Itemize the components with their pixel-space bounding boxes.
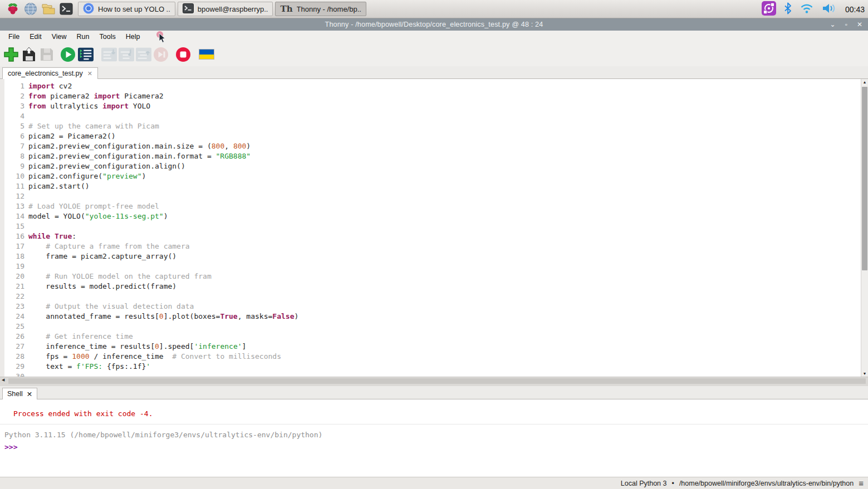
shell-panel[interactable]: Process ended with exit code -4. Python …	[0, 399, 868, 477]
system-tray: 00:43	[762, 0, 865, 18]
scrollbar-thumb[interactable]	[8, 378, 866, 384]
new-script-button[interactable]	[3, 47, 19, 62]
menu-view[interactable]: View	[47, 31, 72, 42]
menu-tools[interactable]: Tools	[95, 31, 121, 42]
code-line[interactable]	[28, 372, 860, 377]
shell-error-text: Process ended with exit code -4.	[13, 409, 153, 418]
stop-button[interactable]	[175, 47, 191, 62]
scrollbar-thumb[interactable]	[862, 87, 867, 270]
code-line[interactable]	[28, 192, 860, 202]
code-line[interactable]	[28, 322, 860, 332]
menu-file[interactable]: File	[3, 31, 24, 42]
shell-prompt[interactable]: >>>	[4, 443, 17, 451]
code-line[interactable]: results = model.predict(frame)	[28, 282, 860, 292]
code-line[interactable]: from picamera2 import Picamera2	[28, 92, 860, 102]
code-line[interactable]: picam2.preview_configuration.align()	[28, 162, 860, 172]
shell-python-banner: Python 3.11.15 (/home/bpowell/miniforge3…	[4, 431, 322, 439]
scroll-left-icon[interactable]: ◀	[2, 378, 4, 382]
code-line[interactable]: # Load YOLOE prompt-free model	[28, 202, 860, 212]
maximize-button[interactable]: ▫	[845, 18, 847, 31]
code-line[interactable]: # Get inference time	[28, 332, 860, 342]
editor-vertical-scrollbar[interactable]: ▲ ▼	[861, 79, 868, 377]
tab-close-icon[interactable]: ✕	[87, 70, 92, 77]
line-number: 4	[4, 112, 24, 122]
volume-icon[interactable]	[822, 3, 836, 16]
minimize-button[interactable]: ⌄	[830, 18, 836, 31]
titlebar: Thonny - /home/bpowell/Desktop/core_elec…	[0, 18, 868, 31]
statusbar-bullet: •	[671, 480, 674, 487]
code-line[interactable]: from ultralytics import YOLO	[28, 102, 860, 112]
desktop: How to set up YOLO .. bpowell@raspberryp…	[0, 0, 868, 489]
line-number: 16	[4, 232, 24, 242]
code-line[interactable]	[28, 112, 860, 122]
interpreter-menu-icon[interactable]: ≡	[859, 478, 864, 488]
code-editor[interactable]: 1234567891011121314151617181920212223242…	[0, 79, 868, 377]
code-line[interactable]: # Run YOLOE model on the captured fram	[28, 272, 860, 282]
taskbar-window-label: Thonny - /home/bp..	[297, 5, 361, 13]
editor-left-margin	[0, 79, 4, 377]
line-number: 24	[4, 312, 24, 322]
tab-shell[interactable]: Shell ✕	[2, 388, 37, 399]
menu-run[interactable]: Run	[72, 31, 95, 42]
close-button[interactable]: ✕	[857, 18, 862, 31]
code-line[interactable]	[28, 262, 860, 272]
code-line[interactable]: # Capture a frame from the camera	[28, 242, 860, 252]
resume-button	[153, 47, 169, 62]
tab-label: Shell	[7, 390, 23, 398]
code-line[interactable]: fps = 1000 / inference_time # Convert to…	[28, 352, 860, 362]
run-script-button[interactable]	[60, 47, 76, 62]
line-number: 30	[4, 372, 24, 377]
clock[interactable]: 00:43	[844, 5, 865, 14]
code-line[interactable]: model = YOLO("yoloe-11s-seg.pt")	[28, 212, 860, 222]
line-number: 18	[4, 252, 24, 262]
taskbar-window-thonny[interactable]: Th Thonny - /home/bp..	[275, 2, 366, 16]
line-number: 28	[4, 352, 24, 362]
code-line[interactable]: import cv2	[28, 82, 860, 92]
code-line[interactable]: picam2.preview_configuration.main.format…	[28, 152, 860, 162]
code-line[interactable]: picam2 = Picamera2()	[28, 132, 860, 142]
line-number: 12	[4, 192, 24, 202]
line-number: 15	[4, 222, 24, 232]
terminal-icon	[183, 3, 194, 15]
taskbar-window-browser[interactable]: How to set up YOLO ..	[78, 2, 175, 16]
tab-close-icon[interactable]: ✕	[27, 390, 32, 398]
code-line[interactable]: # Set up the camera with Picam	[28, 122, 860, 132]
code-line[interactable]: text = f'FPS: {fps:.1f}'	[28, 362, 860, 372]
tab-core-electronics-test[interactable]: core_electronics_test.py ✕	[2, 67, 98, 79]
line-number: 9	[4, 162, 24, 172]
editor-horizontal-scrollbar[interactable]: ◀	[0, 377, 868, 384]
code-line[interactable]: picam2.configure("preview")	[28, 172, 860, 182]
code-line[interactable]	[28, 292, 860, 302]
code-line[interactable]	[28, 222, 860, 232]
code-line[interactable]: frame = picam2.capture_array()	[28, 252, 860, 262]
interpreter-name[interactable]: Local Python 3	[621, 480, 667, 487]
line-number: 20	[4, 272, 24, 282]
code-lines[interactable]: import cv2from picamera2 import Picamera…	[28, 82, 860, 377]
code-line[interactable]: annotated_frame = results[0].plot(boxes=…	[28, 312, 860, 322]
vnc-server-icon[interactable]	[762, 1, 776, 18]
code-line[interactable]: while True:	[28, 232, 860, 242]
taskbar-window-label: bpowell@raspberryp..	[198, 5, 268, 13]
editor-tabbar: core_electronics_test.py ✕	[0, 66, 868, 79]
menu-edit[interactable]: Edit	[24, 31, 47, 42]
debug-script-button[interactable]	[78, 47, 94, 62]
line-number: 29	[4, 362, 24, 372]
bluetooth-icon[interactable]	[784, 2, 792, 17]
raspberry-menu-icon[interactable]	[4, 1, 21, 17]
scroll-down-icon[interactable]: ▼	[861, 372, 868, 376]
taskbar-window-terminal[interactable]: bpowell@raspberryp..	[178, 2, 273, 16]
ukraine-flag-icon[interactable]	[199, 49, 214, 60]
web-browser-icon[interactable]	[22, 1, 39, 17]
scroll-up-icon[interactable]: ▲	[861, 80, 868, 84]
gutter-numbers: 1234567891011121314151617181920212223242…	[4, 82, 24, 377]
load-script-button[interactable]	[21, 47, 37, 62]
terminal-launcher-icon[interactable]	[58, 1, 75, 17]
code-line[interactable]: picam2.preview_configuration.main.size =…	[28, 142, 860, 152]
code-line[interactable]: inference_time = results[0].speed['infer…	[28, 342, 860, 352]
file-manager-icon[interactable]	[40, 1, 57, 17]
code-line[interactable]: picam2.start()	[28, 182, 860, 192]
menu-help[interactable]: Help	[121, 31, 145, 42]
wifi-icon[interactable]	[800, 3, 814, 16]
interpreter-path[interactable]: /home/bpowell/miniforge3/envs/ultralytic…	[679, 480, 854, 487]
code-line[interactable]: # Output the visual detection data	[28, 302, 860, 312]
